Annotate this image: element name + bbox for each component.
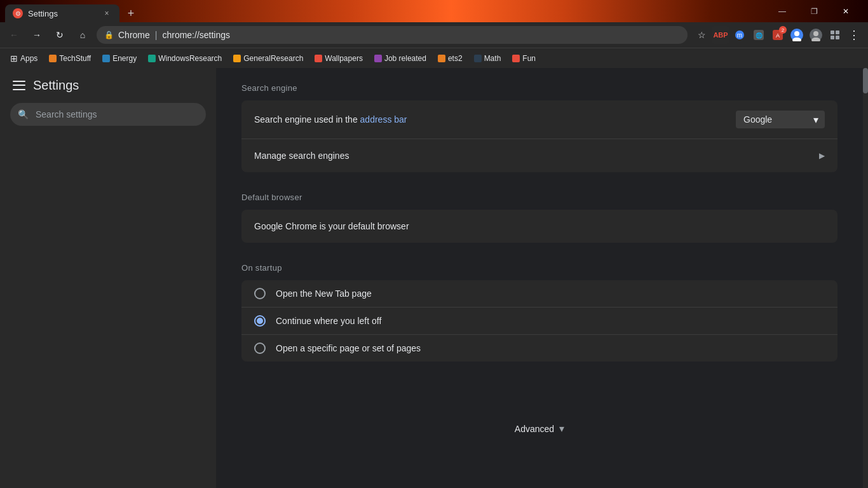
hamburger-menu-button[interactable]: [13, 79, 25, 92]
search-icon: 🔍: [18, 109, 29, 119]
home-button[interactable]: ⌂: [74, 26, 92, 44]
svg-rect-12: [831, 30, 834, 34]
startup-radio-specific[interactable]: [254, 342, 266, 354]
apps-grid-icon: ⊞: [10, 53, 18, 64]
bookmark-generalresearch[interactable]: GeneralResearch: [228, 53, 308, 64]
svg-point-7: [794, 31, 799, 36]
extension-icon-2[interactable]: 🌐: [750, 26, 768, 44]
main-content: Search engine Search engine used in the …: [216, 68, 863, 488]
extension-icon-1[interactable]: m: [731, 26, 749, 44]
settings-layout: Settings 🔍 Search engine Search engine u…: [0, 68, 868, 488]
energy-favicon: [102, 55, 110, 62]
new-tab-button[interactable]: +: [122, 4, 140, 22]
manage-search-engines-label: Manage search engines: [254, 151, 819, 161]
default-browser-row: Google Chrome is your default browser: [241, 210, 837, 243]
bookmark-energy[interactable]: Energy: [97, 53, 142, 64]
energy-label: Energy: [112, 54, 137, 63]
bookmark-fun[interactable]: Fun: [507, 53, 541, 64]
bookmark-windowsresearch[interactable]: WindowsResearch: [143, 53, 227, 64]
startup-option-new-tab[interactable]: Open the New Tab page: [241, 280, 837, 308]
address-bar[interactable]: 🔒 Chrome | chrome://settings: [97, 26, 688, 44]
forward-button[interactable]: →: [28, 26, 46, 44]
startup-radio-continue[interactable]: [254, 315, 266, 327]
settings-page-title: Settings: [33, 78, 79, 93]
bookmark-wallpapers[interactable]: Wallpapers: [309, 53, 368, 64]
svg-rect-15: [836, 36, 839, 39]
startup-label-continue: Continue where you left off: [276, 316, 381, 326]
startup-option-specific[interactable]: Open a specific page or set of pages: [241, 335, 837, 362]
extensions-puzzle-icon[interactable]: [826, 26, 844, 44]
bookmark-math[interactable]: Math: [469, 53, 506, 64]
windowsresearch-favicon: [148, 55, 156, 62]
tab-favicon: ⚙: [13, 8, 23, 18]
wallpapers-favicon: [315, 55, 322, 62]
startup-radio-new-tab[interactable]: [254, 288, 266, 299]
address-bar-row: ← → ↻ ⌂ 🔒 Chrome | chrome://settings ☆ A…: [0, 22, 868, 48]
toolbar-icons: ☆ ABP m 🌐 A 2 ⋮: [693, 26, 863, 44]
search-settings: 🔍: [10, 103, 206, 126]
startup-option-continue[interactable]: Continue where you left off: [241, 308, 837, 335]
fun-label: Fun: [522, 54, 536, 63]
on-startup-card: Open the New Tab page Continue where you…: [241, 280, 837, 362]
address-site-name: Chrome: [118, 30, 150, 40]
tab-close-button[interactable]: ×: [102, 8, 112, 18]
sidebar: Settings 🔍: [0, 68, 216, 488]
search-settings-input[interactable]: [10, 103, 206, 126]
scrollbar-thumb[interactable]: [863, 68, 868, 93]
close-window-button[interactable]: ✕: [831, 0, 860, 22]
refresh-button[interactable]: ↻: [51, 26, 69, 44]
apps-label: Apps: [20, 54, 37, 63]
ets2-favicon: [438, 55, 445, 62]
default-browser-section-title: Default browser: [241, 193, 837, 202]
profile-icon[interactable]: [807, 26, 825, 44]
svg-rect-13: [836, 30, 839, 34]
generalresearch-label: GeneralResearch: [243, 54, 303, 63]
maximize-button[interactable]: ❐: [799, 0, 829, 22]
search-engine-section-title: Search engine: [241, 83, 837, 93]
bookmark-apps[interactable]: ⊞ Apps: [5, 52, 43, 65]
search-engine-dropdown-wrapper: Google Bing Yahoo DuckDuckGo: [736, 111, 825, 128]
scrollbar[interactable]: [863, 68, 868, 488]
bookmark-icon[interactable]: ☆: [693, 26, 710, 44]
advanced-chevron-icon: ▾: [559, 423, 564, 435]
svg-text:A: A: [776, 32, 780, 39]
bookmark-ets2[interactable]: ets2: [433, 53, 468, 64]
search-engine-row: Search engine used in the address bar Go…: [241, 100, 837, 139]
default-browser-card: Google Chrome is your default browser: [241, 210, 837, 243]
bookmark-jobreleated[interactable]: Job releated: [369, 53, 431, 64]
extension-icon-3[interactable]: A 2: [769, 26, 787, 44]
tab-title: Settings: [28, 9, 58, 18]
math-favicon: [474, 55, 482, 62]
back-button[interactable]: ←: [5, 26, 23, 44]
manage-search-engines-row[interactable]: Manage search engines ▶: [241, 139, 837, 172]
startup-label-specific: Open a specific page or set of pages: [276, 343, 421, 353]
lock-icon: 🔒: [104, 30, 113, 39]
search-engine-card: Search engine used in the address bar Go…: [241, 100, 837, 172]
address-url: chrome://settings: [162, 30, 230, 40]
math-label: Math: [484, 54, 501, 63]
ets2-label: ets2: [448, 54, 463, 63]
google-account-icon[interactable]: [788, 26, 806, 44]
sidebar-header: Settings: [0, 68, 216, 103]
manage-search-engines-arrow: ▶: [819, 151, 825, 160]
techstuff-favicon: [49, 55, 57, 62]
minimize-button[interactable]: —: [768, 0, 797, 22]
search-engine-label: Search engine used in the address bar: [254, 114, 736, 125]
startup-label-new-tab: Open the New Tab page: [276, 288, 372, 299]
jobreleated-favicon: [374, 55, 382, 62]
windowsresearch-label: WindowsResearch: [158, 54, 222, 63]
jobreleated-label: Job releated: [384, 54, 426, 63]
svg-rect-14: [831, 36, 834, 39]
svg-text:m: m: [737, 32, 742, 39]
search-engine-select[interactable]: Google Bing Yahoo DuckDuckGo: [736, 111, 825, 128]
techstuff-label: TechStuff: [59, 54, 91, 63]
address-bar-link[interactable]: address bar: [360, 114, 407, 125]
bookmark-techstuff[interactable]: TechStuff: [44, 53, 96, 64]
chrome-menu-button[interactable]: ⋮: [845, 26, 863, 44]
adblock-icon[interactable]: ABP: [712, 26, 729, 44]
fun-favicon: [512, 55, 520, 62]
advanced-row[interactable]: Advanced ▾: [241, 412, 837, 445]
on-startup-section-title: On startup: [241, 263, 837, 273]
active-tab[interactable]: ⚙ Settings ×: [5, 4, 119, 22]
advanced-label: Advanced: [515, 424, 554, 434]
